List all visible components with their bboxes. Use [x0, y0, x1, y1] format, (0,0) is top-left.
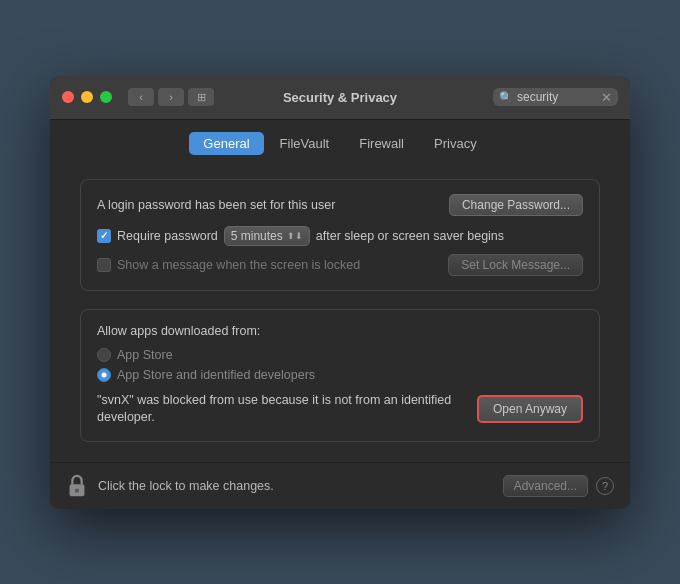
- lock-icon[interactable]: [66, 473, 88, 499]
- tab-firewall[interactable]: Firewall: [345, 132, 418, 155]
- require-password-label: Require password: [117, 229, 218, 243]
- tabs-bar: General FileVault Firewall Privacy: [50, 120, 630, 165]
- lock-message-row: Show a message when the screen is locked…: [97, 254, 583, 276]
- login-row: A login password has been set for this u…: [97, 194, 583, 216]
- back-button[interactable]: ‹: [128, 88, 154, 106]
- after-sleep-label: after sleep or screen saver begins: [316, 229, 504, 243]
- dropdown-value: 5 minutes: [231, 229, 283, 243]
- app-store-radio-row: App Store: [97, 348, 583, 362]
- allow-heading: Allow apps downloaded from:: [97, 324, 583, 338]
- search-input[interactable]: [517, 90, 597, 104]
- app-store-identified-label: App Store and identified developers: [117, 368, 315, 382]
- app-store-identified-radio[interactable]: [97, 368, 111, 382]
- traffic-lights: [62, 91, 112, 103]
- minimize-button[interactable]: [81, 91, 93, 103]
- tab-general[interactable]: General: [189, 132, 263, 155]
- help-button[interactable]: ?: [596, 477, 614, 495]
- show-message-checkbox: [97, 258, 111, 272]
- window-title: Security & Privacy: [283, 90, 397, 105]
- forward-button[interactable]: ›: [158, 88, 184, 106]
- download-section: Allow apps downloaded from: App Store Ap…: [80, 309, 600, 442]
- set-lock-message-button: Set Lock Message...: [448, 254, 583, 276]
- content-area: A login password has been set for this u…: [50, 165, 630, 462]
- app-store-label: App Store: [117, 348, 173, 362]
- change-password-button[interactable]: Change Password...: [449, 194, 583, 216]
- nav-buttons: ‹ ›: [128, 88, 184, 106]
- grid-button[interactable]: ⊞: [188, 88, 214, 106]
- blocked-row: "svnX" was blocked from use because it i…: [97, 392, 583, 427]
- bottom-bar: Click the lock to make changes. Advanced…: [50, 462, 630, 509]
- lock-bottom-text: Click the lock to make changes.: [98, 479, 274, 493]
- maximize-button[interactable]: [100, 91, 112, 103]
- tab-privacy[interactable]: Privacy: [420, 132, 491, 155]
- search-clear-icon[interactable]: ✕: [601, 91, 612, 104]
- blocked-text: "svnX" was blocked from use because it i…: [97, 392, 465, 427]
- svg-rect-1: [75, 488, 79, 492]
- require-password-row: Require password 5 minutes ⬆⬇ after slee…: [97, 226, 583, 246]
- titlebar: ‹ › ⊞ Security & Privacy 🔍 ✕: [50, 76, 630, 120]
- advanced-button[interactable]: Advanced...: [503, 475, 588, 497]
- open-anyway-button[interactable]: Open Anyway: [477, 395, 583, 423]
- main-window: ‹ › ⊞ Security & Privacy 🔍 ✕ General Fil…: [50, 76, 630, 509]
- password-timeout-dropdown[interactable]: 5 minutes ⬆⬇: [224, 226, 310, 246]
- login-text: A login password has been set for this u…: [97, 198, 335, 212]
- dropdown-arrow-icon: ⬆⬇: [287, 231, 303, 241]
- show-message-label: Show a message when the screen is locked: [117, 258, 360, 272]
- login-section: A login password has been set for this u…: [80, 179, 600, 291]
- close-button[interactable]: [62, 91, 74, 103]
- require-password-checkbox[interactable]: [97, 229, 111, 243]
- tab-filevault[interactable]: FileVault: [266, 132, 344, 155]
- search-icon: 🔍: [499, 91, 513, 104]
- app-store-radio[interactable]: [97, 348, 111, 362]
- search-box[interactable]: 🔍 ✕: [493, 88, 618, 106]
- app-store-identified-radio-row: App Store and identified developers: [97, 368, 583, 382]
